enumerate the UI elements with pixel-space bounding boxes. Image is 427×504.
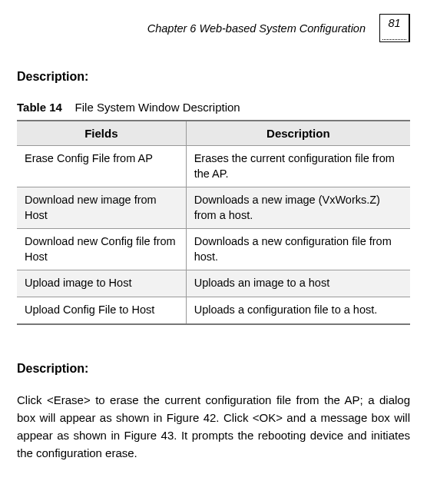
cell-desc: Erases the current configuration file fr… — [186, 146, 410, 187]
cell-field: Upload Config File to Host — [17, 297, 186, 323]
description-heading-2: Description: — [17, 362, 410, 376]
description-table: Fields Description Erase Config File fro… — [17, 120, 410, 325]
table-row: Download new Config file from Host Downl… — [17, 229, 410, 270]
cell-desc: Uploads a configuration file to a host. — [186, 297, 410, 323]
col-header-description: Description — [186, 121, 410, 146]
body-paragraph: Click <Erase> to erase the current confi… — [17, 391, 410, 463]
cell-desc: Downloads a new image (VxWorks.Z) from a… — [186, 187, 410, 229]
table-caption-text: File System Window Description — [75, 101, 240, 114]
cell-field: Download new image from Host — [17, 187, 186, 229]
chapter-title: Chapter 6 Web-based System Configuration — [147, 22, 366, 35]
description-heading-1: Description: — [17, 70, 410, 84]
cell-field: Download new Config file from Host — [17, 229, 186, 270]
cell-desc: Uploads an image to a host — [186, 270, 410, 297]
page-header: Chapter 6 Web-based System Configuration… — [17, 14, 410, 42]
cell-field: Erase Config File from AP — [17, 146, 186, 187]
table-caption-label: Table 14 — [17, 101, 62, 114]
page-number-box: 81 — [379, 14, 410, 42]
table-row: Upload Config File to Host Uploads a con… — [17, 297, 410, 323]
table-caption: Table 14 File System Window Description — [17, 101, 410, 114]
col-header-fields: Fields — [17, 121, 186, 146]
table-row: Upload image to Host Uploads an image to… — [17, 270, 410, 297]
table-row: Erase Config File from AP Erases the cur… — [17, 146, 410, 187]
page-number: 81 — [388, 17, 400, 29]
cell-desc: Downloads a new configuration file from … — [186, 229, 410, 270]
cell-field: Upload image to Host — [17, 270, 186, 297]
table-row: Download new image from Host Downloads a… — [17, 187, 410, 229]
